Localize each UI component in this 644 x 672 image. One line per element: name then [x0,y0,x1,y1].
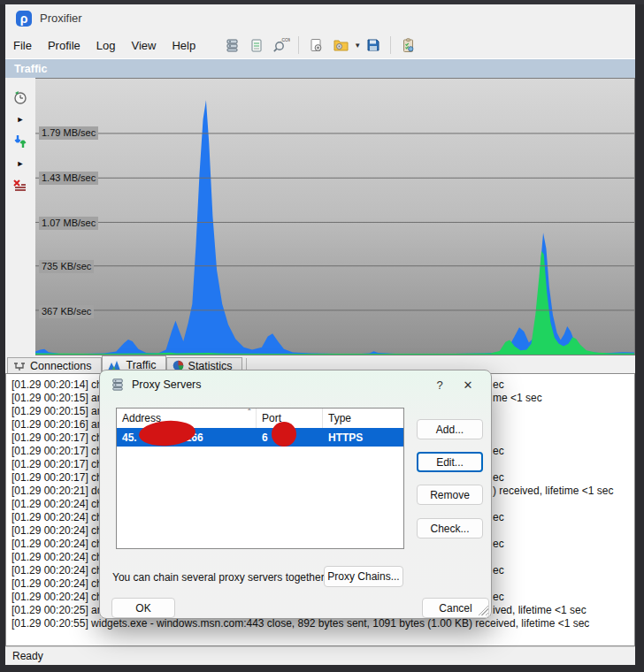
sort-caret-icon: ˆ [248,408,251,418]
save-profile-icon[interactable] [363,35,384,55]
expand-arrow-icon[interactable]: ► [17,155,25,172]
open-profile-icon[interactable] [330,35,351,55]
log-line-fragment: ec [493,378,504,391]
dialog-title: Proxy Servers [132,378,202,391]
edit-button[interactable]: Edit... [417,452,483,472]
toolbar: .COM ▼ [219,35,420,55]
menu-view[interactable]: View [124,35,165,56]
menu-help[interactable]: Help [164,35,203,56]
log-line-fragment: me <1 sec [493,392,542,404]
screen: ρ Proxifier File Profile Log View Help .… [0,0,644,672]
status-text: Ready [12,650,43,662]
dialog-close-button[interactable]: ✕ [457,376,479,393]
y-axis-tick-label: 367 KB/sec [39,305,94,318]
traffic-panel-header: Traffic [5,58,635,78]
proxy-servers-icon [111,378,125,392]
proxifier-logo-icon: ρ [16,11,32,27]
dns-caption: .COM [280,37,290,42]
log-line-fragment: ec [493,511,504,523]
title-bar: ρ Proxifier [5,4,635,32]
log-line-fragment: ived, lifetime <1 sec [493,604,586,616]
ok-button[interactable]: OK [111,598,175,618]
traffic-panel: ► ► 1.79 MB/sec1.43 MB/sec1.07 MB/sec735… [5,78,635,355]
window-title: Proxifier [40,11,82,25]
in-out-arrows-icon[interactable] [12,131,28,152]
traffic-sidebar: ► ► [5,78,35,355]
log-clipboard-icon[interactable] [397,35,418,55]
log-line-fragment: ec [493,564,504,577]
proxy-chains-button[interactable]: Proxy Chains... [324,566,403,587]
y-axis-tick-label: 1.43 MB/sec [39,172,98,185]
check-button[interactable]: Check... [417,518,483,538]
menu-bar: File Profile Log View Help .COM [5,32,635,58]
remove-button[interactable]: Remove [417,485,483,505]
time-scale-clock-icon[interactable] [12,87,28,108]
proxy-servers-icon[interactable] [221,35,242,55]
add-button[interactable]: Add... [417,419,483,439]
tab-separator [246,358,247,370]
y-axis-tick-label: 1.07 MB/sec [39,217,98,230]
log-line-fragment: ec [493,445,504,457]
status-bar: Ready [5,646,635,665]
log-line-fragment: ) received, lifetime <1 sec [493,485,613,497]
menu-profile[interactable]: Profile [40,35,88,56]
expand-arrow-icon[interactable]: ► [17,111,25,128]
redaction-blob [272,422,296,447]
open-profile-dropdown-arrow[interactable]: ▼ [354,42,361,50]
toolbar-separator [390,36,391,54]
y-axis-tick-label: 735 KB/sec [39,260,94,273]
traffic-chart: 1.79 MB/sec1.43 MB/sec1.07 MB/sec735 KB/… [35,78,635,355]
clear-graph-icon[interactable] [12,175,28,196]
traffic-chart-svg [35,79,634,355]
proxy-servers-dialog: Proxy Servers ? ✕ Address Port Type ˆ 45… [99,370,492,619]
log-line-fragment: ec [493,471,504,484]
menu-log[interactable]: Log [88,35,124,56]
log-line-fragment: ec [493,538,504,550]
tab-label: Connections [30,360,92,372]
dns-magnifier-icon[interactable]: .COM [271,35,292,55]
connections-icon [13,361,26,370]
column-header-type[interactable]: Type [323,409,403,428]
dialog-resize-grip[interactable] [478,605,488,615]
type-cell: HTTPS [323,428,403,447]
menu-file[interactable]: File [5,35,40,56]
log-line: [01.29 00:20:55] widgets.exe - windows.m… [12,617,634,630]
series-outgoing [35,251,634,355]
log-line-fragment: ec [493,591,504,603]
chain-hint-text: You can chain several proxy servers toge… [112,571,327,584]
proxification-rules-icon[interactable] [246,35,267,55]
y-axis-tick-label: 1.79 MB/sec [39,126,98,140]
dialog-help-button[interactable]: ? [429,376,450,393]
traffic-icon [108,360,122,370]
tab-connections[interactable]: Connections [7,357,102,373]
new-profile-icon[interactable] [305,35,326,55]
toolbar-separator [298,36,299,54]
